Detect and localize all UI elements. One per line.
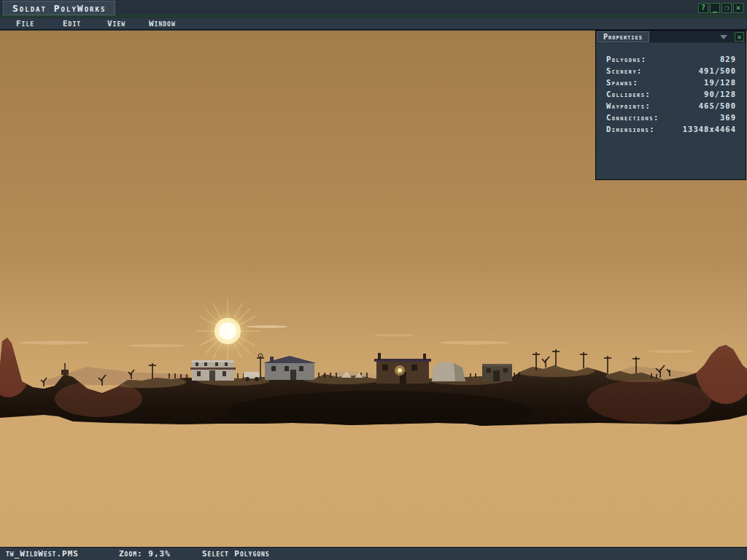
restore-button[interactable]: ❐ [721,3,732,13]
prop-value: 369 [720,113,736,122]
prop-label: Scenery: [606,66,643,75]
building-small-store [482,364,512,381]
prop-value: 19/128 [704,78,736,87]
prop-value: 829 [720,55,736,63]
prop-row-waypoints: Waypoints: 465/500 [596,100,746,112]
properties-panel-header[interactable]: Properties ✕ [596,31,746,43]
menu-file[interactable]: File [16,19,34,28]
properties-tab[interactable]: Properties [597,31,649,42]
prop-row-dimensions: Dimensions: 13348x4464 [596,123,746,135]
prop-row-spawns: Spawns: 19/128 [596,77,746,88]
minimize-button[interactable]: _ [710,3,720,13]
panel-close-button[interactable]: ✕ [735,32,744,42]
status-bar: tw_WildWest.PMS Zoom: 9,3% Select Polygo… [0,547,747,560]
prop-label: Waypoints: [606,101,651,110]
menu-window[interactable]: Window [149,19,176,28]
prop-label: Spawns: [606,78,638,87]
prop-row-scenery: Scenery: 491/500 [596,65,746,77]
properties-panel: Properties ✕ Polygons: 829 Scenery: 491/… [595,30,746,180]
menu-bar: File Edit View Window [0,18,747,30]
app-title: Soldat PolyWorks [3,1,115,15]
prop-row-connections: Connections: 369 [596,112,746,123]
prop-value: 491/500 [699,66,736,75]
status-tool-mode: Select Polygons [202,549,270,559]
prop-value: 90/128 [704,90,736,98]
sun [196,299,260,363]
prop-label: Colliders: [606,90,651,98]
status-zoom-level: Zoom: 9,3% [119,549,171,559]
building-white-store [190,360,236,381]
menu-view[interactable]: View [107,19,125,28]
title-bar: Soldat PolyWorks ? _ ❐ ✕ [0,0,747,17]
properties-list: Polygons: 829 Scenery: 491/500 Spawns: 1… [596,43,746,135]
menu-edit[interactable]: Edit [63,19,81,28]
prop-label: Polygons: [606,55,647,63]
status-file-name: tw_WildWest.PMS [6,549,79,559]
prop-label: Dimensions: [606,125,655,133]
prop-value: 13348x4464 [683,125,736,133]
window-controls: ? _ ❐ ✕ [698,3,743,13]
prop-row-colliders: Colliders: 90/128 [596,88,746,100]
prop-row-polygons: Polygons: 829 [596,53,746,65]
close-button[interactable]: ✕ [733,3,743,13]
chevron-down-icon[interactable] [720,35,727,39]
prop-label: Connections: [606,113,659,122]
prop-value: 465/500 [699,101,736,110]
help-button[interactable]: ? [698,3,708,13]
